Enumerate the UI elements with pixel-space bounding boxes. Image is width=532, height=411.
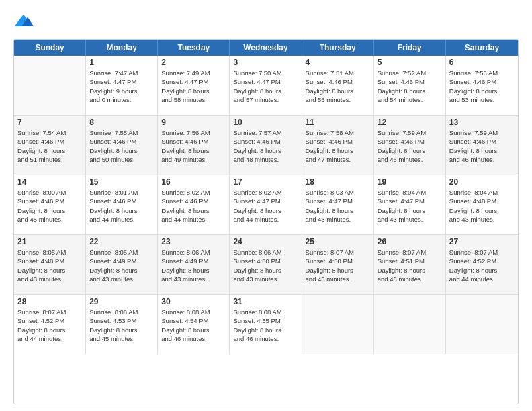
cal-cell: 9Sunrise: 7:56 AMSunset: 4:46 PMDaylight… (158, 116, 230, 175)
day-number: 4 (306, 58, 370, 67)
day-number: 21 (17, 237, 82, 246)
cal-cell: 13Sunrise: 7:59 AMSunset: 4:46 PMDayligh… (446, 116, 518, 175)
cell-line: Daylight: 8 hours (449, 146, 515, 155)
cell-line: and 58 minutes. (161, 95, 226, 104)
day-number: 19 (378, 177, 442, 187)
day-number: 26 (378, 237, 442, 246)
day-number: 9 (161, 118, 226, 127)
cal-cell: 27Sunrise: 8:07 AMSunset: 4:52 PMDayligh… (446, 235, 518, 294)
cell-daylight-info: Sunrise: 8:07 AMSunset: 4:52 PMDaylight:… (17, 308, 82, 343)
cell-line: Sunrise: 8:01 AM (89, 188, 154, 197)
cell-line: Sunrise: 8:05 AM (17, 248, 82, 257)
cell-line: Sunrise: 8:07 AM (306, 248, 370, 257)
cal-row-1: 7Sunrise: 7:54 AMSunset: 4:46 PMDaylight… (14, 116, 518, 175)
cell-line: and 43 minutes. (306, 275, 370, 283)
cal-cell: 8Sunrise: 7:55 AMSunset: 4:46 PMDaylight… (86, 116, 158, 175)
cell-daylight-info: Sunrise: 8:04 AMSunset: 4:47 PMDaylight:… (378, 188, 442, 224)
calendar: SundayMondayTuesdayWednesdayThursdayFrid… (13, 39, 519, 404)
day-number: 12 (378, 118, 442, 127)
cell-line: Sunset: 4:46 PM (161, 137, 226, 146)
cell-line: Daylight: 8 hours (378, 87, 442, 95)
cell-line: Daylight: 8 hours (17, 266, 82, 275)
cell-line: and 44 minutes. (17, 334, 82, 343)
cal-cell: 4Sunrise: 7:51 AMSunset: 4:46 PMDaylight… (302, 56, 374, 115)
cell-line: and 43 minutes. (233, 275, 298, 283)
cell-line: and 54 minutes. (378, 95, 442, 104)
day-number: 30 (161, 297, 226, 306)
header-day-friday: Friday (374, 40, 446, 56)
cell-line: and 46 minutes. (449, 155, 515, 164)
cell-line: Daylight: 8 hours (89, 206, 154, 215)
cell-line: and 53 minutes. (449, 95, 515, 104)
cell-line: Sunset: 4:51 PM (378, 257, 442, 265)
cell-line: Daylight: 8 hours (449, 206, 515, 215)
cal-row-3: 21Sunrise: 8:05 AMSunset: 4:48 PMDayligh… (14, 235, 518, 295)
cell-line: Daylight: 8 hours (89, 326, 154, 334)
cell-line: Sunset: 4:46 PM (306, 137, 370, 146)
cell-line: and 43 minutes. (378, 215, 442, 224)
cell-line: Sunset: 4:50 PM (233, 257, 298, 265)
header (13, 12, 519, 32)
cell-daylight-info: Sunrise: 8:07 AMSunset: 4:51 PMDaylight:… (378, 248, 442, 283)
cell-line: Sunrise: 7:47 AM (89, 68, 154, 77)
cell-line: Daylight: 8 hours (306, 146, 370, 155)
cell-daylight-info: Sunrise: 8:05 AMSunset: 4:49 PMDaylight:… (89, 248, 154, 283)
cell-line: Daylight: 8 hours (233, 206, 298, 215)
calendar-header: SundayMondayTuesdayWednesdayThursdayFrid… (14, 40, 518, 56)
day-number: 17 (233, 177, 298, 187)
header-day-monday: Monday (86, 40, 158, 56)
cell-line: Sunset: 4:47 PM (161, 77, 226, 86)
cal-cell: 20Sunrise: 8:04 AMSunset: 4:48 PMDayligh… (446, 175, 518, 234)
cell-line: Sunset: 4:54 PM (161, 316, 226, 325)
cell-line: Sunrise: 8:04 AM (378, 188, 442, 197)
cell-line: Sunset: 4:53 PM (89, 316, 154, 325)
day-number: 25 (306, 237, 370, 246)
cell-line: and 44 minutes. (449, 275, 515, 283)
cell-line: Sunrise: 8:07 AM (449, 248, 515, 257)
cell-line: Sunrise: 7:52 AM (378, 68, 442, 77)
header-day-tuesday: Tuesday (158, 40, 230, 56)
day-number: 27 (449, 237, 515, 246)
cell-line: Sunrise: 7:53 AM (449, 68, 515, 77)
cell-line: Sunset: 4:47 PM (89, 77, 154, 86)
cal-cell: 16Sunrise: 8:02 AMSunset: 4:46 PMDayligh… (158, 175, 230, 234)
cell-line: Sunset: 4:46 PM (233, 137, 298, 146)
cell-line: Sunset: 4:48 PM (449, 197, 515, 205)
cell-line: Daylight: 8 hours (233, 146, 298, 155)
cell-line: Sunrise: 8:02 AM (161, 188, 226, 197)
day-number: 20 (449, 177, 515, 187)
cal-cell: 12Sunrise: 7:59 AMSunset: 4:46 PMDayligh… (374, 116, 446, 175)
day-number: 13 (449, 118, 515, 127)
header-day-sunday: Sunday (14, 40, 86, 56)
cell-line: and 55 minutes. (306, 95, 370, 104)
logo-icon (13, 12, 34, 32)
cell-line: Sunrise: 8:07 AM (378, 248, 442, 257)
cell-line: Sunset: 4:46 PM (89, 137, 154, 146)
cell-line: and 50 minutes. (89, 155, 154, 164)
cell-line: Sunrise: 8:07 AM (17, 308, 82, 316)
cell-line: Sunrise: 7:58 AM (306, 128, 370, 137)
cell-line: Sunset: 4:46 PM (449, 137, 515, 146)
cell-line: and 49 minutes. (161, 155, 226, 164)
cell-daylight-info: Sunrise: 8:00 AMSunset: 4:46 PMDaylight:… (17, 188, 82, 224)
cell-line: Sunset: 4:46 PM (17, 197, 82, 205)
cell-line: Daylight: 8 hours (306, 266, 370, 275)
cell-line: Sunrise: 7:49 AM (161, 68, 226, 77)
cell-daylight-info: Sunrise: 7:56 AMSunset: 4:46 PMDaylight:… (161, 128, 226, 164)
cell-line: and 43 minutes. (306, 215, 370, 224)
cell-line: and 43 minutes. (89, 275, 154, 283)
day-number: 1 (89, 58, 154, 67)
day-number: 28 (17, 297, 82, 306)
page: SundayMondayTuesdayWednesdayThursdayFrid… (0, 0, 532, 411)
cell-line: Sunrise: 7:51 AM (306, 68, 370, 77)
cell-line: and 43 minutes. (161, 275, 226, 283)
cal-cell: 23Sunrise: 8:06 AMSunset: 4:49 PMDayligh… (158, 235, 230, 294)
cell-line: and 44 minutes. (89, 215, 154, 224)
day-number: 3 (233, 58, 298, 67)
cal-cell: 25Sunrise: 8:07 AMSunset: 4:50 PMDayligh… (302, 235, 374, 294)
header-day-wednesday: Wednesday (230, 40, 302, 56)
cell-line: Daylight: 8 hours (378, 266, 442, 275)
cell-daylight-info: Sunrise: 8:06 AMSunset: 4:49 PMDaylight:… (161, 248, 226, 283)
cell-line: and 43 minutes. (449, 215, 515, 224)
cell-line: Sunrise: 8:00 AM (17, 188, 82, 197)
